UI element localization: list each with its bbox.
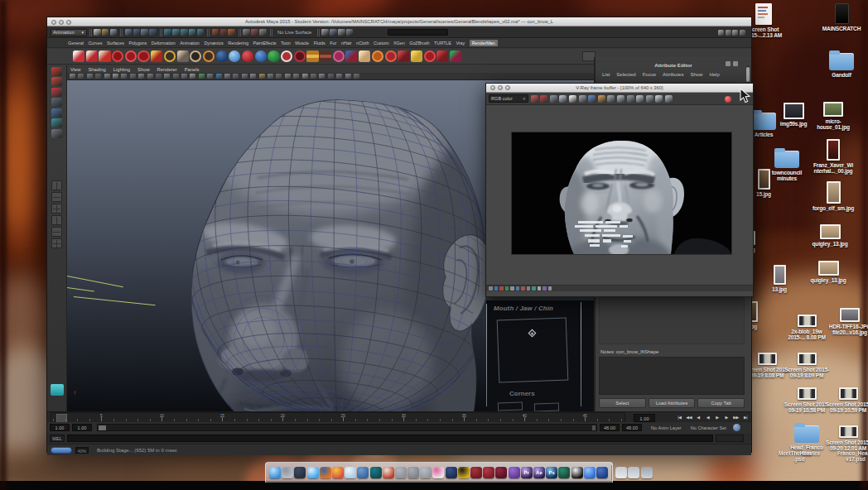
desktop-icon[interactable]: MAINSCRATCH <box>819 3 864 31</box>
desktop-icon[interactable]: Franz_Xaver_Winterhal..._00.jpg <box>811 139 856 175</box>
rings-icon[interactable] <box>220 29 228 36</box>
panel-toolbar-icon-6[interactable] <box>121 74 127 79</box>
shelf-tab[interactable]: Animation <box>180 41 200 46</box>
dock-photos[interactable] <box>432 467 444 478</box>
control-rect[interactable] <box>497 318 569 383</box>
dock-adobe-ps[interactable]: Ps <box>546 467 557 478</box>
time-tick[interactable] <box>585 417 586 421</box>
dock-app-gray2[interactable] <box>407 467 419 478</box>
shelf-item-12[interactable] <box>229 50 240 62</box>
panel-toolbar-icon-25[interactable] <box>285 74 291 79</box>
anim-layer-label[interactable]: No Anim Layer <box>651 425 682 430</box>
anim-end-field[interactable]: 48.00 <box>622 424 642 431</box>
time-tick[interactable] <box>524 417 525 421</box>
panel-menu-lighting[interactable]: Lighting <box>113 67 130 72</box>
time-tick[interactable] <box>210 419 211 422</box>
tool-0[interactable] <box>51 67 62 76</box>
group-grip[interactable] <box>160 29 162 36</box>
tool-2[interactable] <box>51 88 62 97</box>
selection-mask-icon[interactable] <box>141 29 148 36</box>
time-tick[interactable] <box>392 419 393 422</box>
tool-4[interactable] <box>51 108 62 118</box>
shelf-tab[interactable]: Muscle <box>295 41 309 46</box>
vfb-tool-icon-11[interactable] <box>636 95 644 103</box>
shelf-tab[interactable]: PaintEffects <box>253 41 276 46</box>
panel-toolbar-icon-12[interactable] <box>173 74 179 79</box>
panel-toolbar-icon-3[interactable] <box>95 74 101 79</box>
time-tick[interactable] <box>162 417 162 421</box>
channel-dropdown[interactable]: RGB color ▼ <box>489 94 528 103</box>
ae-menu-selected[interactable]: Selected <box>616 72 635 77</box>
menu-set-dropdown[interactable]: Animation ▼ <box>51 29 87 36</box>
time-tick[interactable] <box>513 419 514 422</box>
dock-app-sphere[interactable] <box>584 467 596 478</box>
vfb-status-icon-9[interactable] <box>538 286 542 291</box>
dock-adobe-pr[interactable]: Pr <box>521 467 533 478</box>
desktop-icon[interactable]: HDR-TIFF16-JPGfile20...v16.jpg <box>827 308 868 336</box>
snap-icon[interactable] <box>189 29 196 36</box>
playback-button-4[interactable]: ▶ <box>713 413 721 422</box>
vfb-tool-icon-2[interactable] <box>550 95 557 103</box>
dock-app-red-peak[interactable] <box>383 467 394 478</box>
history-icon[interactable] <box>251 29 258 36</box>
vfb-status-icon-7[interactable] <box>527 286 531 291</box>
vfb-status-icon-4[interactable] <box>510 286 514 291</box>
shelf-item-8[interactable] <box>177 50 189 62</box>
shelf-item-19[interactable] <box>320 50 331 62</box>
dock-chrome[interactable] <box>332 467 344 478</box>
time-tick[interactable] <box>101 417 102 421</box>
time-tick[interactable] <box>174 419 175 422</box>
render-button[interactable] <box>725 96 731 103</box>
vfb-render-image[interactable] <box>512 132 731 254</box>
time-tick[interactable] <box>65 419 66 422</box>
vfb-tool-icon-1[interactable] <box>540 95 547 103</box>
dock-app-yellow[interactable] <box>458 467 470 478</box>
shelf-item-15[interactable] <box>268 50 279 62</box>
panel-toolbar-icon-30[interactable] <box>328 74 334 79</box>
shelf-item-5[interactable] <box>137 50 149 62</box>
history-icon[interactable] <box>243 29 250 36</box>
time-tick[interactable] <box>137 419 138 422</box>
vfb-tool-icon-5[interactable] <box>579 95 586 103</box>
dock-stack-docs[interactable] <box>615 467 627 478</box>
sidebar-toggle-icon[interactable] <box>732 30 738 36</box>
ae-menu-focus[interactable]: Focus <box>643 72 656 77</box>
layout-button-5[interactable] <box>51 238 62 248</box>
dock-app-green[interactable] <box>558 467 570 478</box>
playback-button-5[interactable]: ▶ <box>722 413 731 422</box>
panel-toolbar-icon-0[interactable] <box>70 74 75 79</box>
shelf-item-22[interactable] <box>359 50 370 62</box>
render-icon[interactable] <box>346 29 354 36</box>
dock-app-gray1[interactable] <box>395 467 407 478</box>
shelf-item-1[interactable] <box>86 50 98 62</box>
vfb-tool-icon-9[interactable] <box>617 95 624 103</box>
time-tick[interactable] <box>282 417 283 421</box>
dock-checker[interactable] <box>571 467 583 478</box>
time-tick[interactable] <box>355 419 356 422</box>
panel-menu-renderer[interactable]: Renderer <box>157 67 177 72</box>
snap-icon[interactable] <box>172 29 180 36</box>
time-tick[interactable] <box>307 419 308 422</box>
time-tick[interactable] <box>295 419 296 422</box>
group-grip[interactable] <box>239 29 241 36</box>
dock-mail[interactable] <box>345 467 356 478</box>
shelf-item-23[interactable] <box>372 50 383 62</box>
history-icon[interactable] <box>259 29 267 36</box>
selection-mask-icon[interactable] <box>125 29 133 36</box>
time-tick[interactable] <box>126 419 127 422</box>
shelf-item-10[interactable] <box>203 50 215 62</box>
shelf-tab[interactable]: Curves <box>88 41 102 46</box>
dock-app-purple[interactable] <box>509 467 520 478</box>
panel-toolbar-icon-15[interactable] <box>199 74 205 79</box>
shelf-tab[interactable]: nCloth <box>356 41 369 46</box>
time-tick[interactable] <box>222 417 223 421</box>
rings-icon[interactable] <box>228 29 235 36</box>
shelf-tab[interactable]: Toon <box>281 41 291 46</box>
desktop-icon-label[interactable]: Franco_Headsv17.psd <box>831 450 868 462</box>
desktop-icon-label[interactable]: MeetTheHeavies.psd <box>774 450 824 462</box>
desktop-icon[interactable]: img59s.jpg <box>771 103 816 127</box>
range-bar[interactable] <box>97 424 597 431</box>
command-input[interactable] <box>67 435 713 442</box>
panel-toolbar-icon-18[interactable] <box>224 74 230 79</box>
dock-app-blue2[interactable] <box>596 467 608 478</box>
